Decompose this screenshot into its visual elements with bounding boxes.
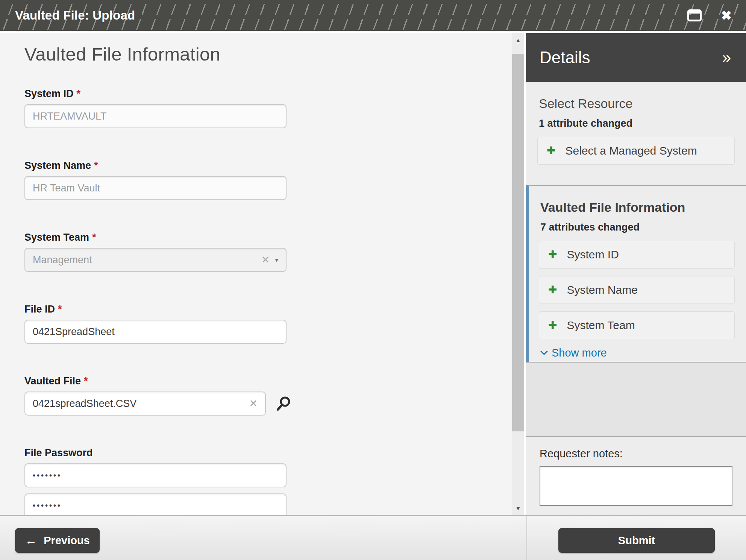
label-text: Vaulted File bbox=[24, 375, 81, 387]
required-marker: * bbox=[58, 304, 62, 315]
footer-right: Submit bbox=[526, 516, 746, 560]
requester-notes-textarea[interactable] bbox=[540, 466, 732, 506]
label-text: System Name bbox=[24, 160, 91, 171]
scroll-down-icon[interactable]: ▼ bbox=[512, 505, 524, 511]
field-file-id: File ID* bbox=[24, 304, 512, 344]
previous-button[interactable]: ← Previous bbox=[15, 528, 100, 553]
window-controls: ✖ bbox=[687, 9, 732, 22]
submit-button-label: Submit bbox=[618, 534, 655, 547]
previous-button-label: Previous bbox=[44, 534, 90, 547]
plus-icon: ✚ bbox=[547, 146, 555, 156]
plus-icon: ✚ bbox=[548, 285, 557, 295]
field-file-password: File Password bbox=[24, 447, 512, 515]
footer-bar: ← Previous Submit bbox=[0, 515, 746, 560]
system-team-label: System Team* bbox=[24, 232, 512, 243]
vaulted-file-upload-window: Vaulted File: Upload ✖ Vaulted File Info… bbox=[0, 0, 746, 560]
attr-card-system-name[interactable]: ✚ System Name bbox=[539, 276, 735, 304]
footer-left: ← Previous bbox=[0, 516, 526, 560]
section-heading: Vaulted File Information bbox=[540, 200, 735, 215]
combo-controls: ✕ ▾ bbox=[261, 255, 278, 265]
system-id-input[interactable] bbox=[24, 104, 287, 128]
system-team-combobox[interactable]: Management ✕ ▾ bbox=[24, 248, 287, 272]
file-id-input[interactable] bbox=[24, 320, 287, 344]
required-marker: * bbox=[77, 88, 81, 99]
scrollbar-thumb[interactable] bbox=[512, 54, 524, 431]
maximize-button[interactable] bbox=[687, 9, 702, 21]
system-name-input[interactable] bbox=[24, 176, 287, 200]
field-vaulted-file: Vaulted File* ✕ bbox=[24, 375, 512, 416]
window-body: Vaulted File Information System ID* Syst… bbox=[0, 33, 746, 515]
attr-label: System Name bbox=[567, 284, 637, 296]
file-id-label: File ID* bbox=[24, 304, 512, 315]
main-form-panel: Vaulted File Information System ID* Syst… bbox=[0, 33, 512, 515]
vaulted-file-row: ✕ bbox=[24, 392, 512, 416]
caret-down-icon[interactable]: ▾ bbox=[275, 257, 278, 263]
details-title: Details bbox=[540, 48, 590, 67]
file-password-input[interactable] bbox=[24, 463, 287, 487]
collapse-panel-icon[interactable]: » bbox=[722, 50, 731, 65]
chevron-down-icon bbox=[540, 351, 548, 355]
section-select-resource: Select Resource 1 attribute changed ✚ Se… bbox=[526, 82, 746, 185]
system-name-label: System Name* bbox=[24, 160, 512, 171]
back-arrow-icon: ← bbox=[25, 534, 37, 546]
plus-icon: ✚ bbox=[548, 320, 557, 331]
label-text: System ID bbox=[24, 88, 74, 99]
file-password-confirm-input[interactable] bbox=[24, 493, 287, 515]
changed-count: 1 attribute changed bbox=[539, 118, 735, 129]
maximize-icon bbox=[687, 9, 702, 21]
clear-icon[interactable]: ✕ bbox=[261, 255, 270, 265]
show-more-link[interactable]: Show more bbox=[540, 347, 735, 359]
submit-button[interactable]: Submit bbox=[558, 528, 715, 553]
section-vaulted-file-information: Vaulted File Information 7 attributes ch… bbox=[526, 185, 746, 363]
clear-icon[interactable]: ✕ bbox=[249, 399, 258, 409]
attr-label: System ID bbox=[567, 248, 619, 261]
vertical-scrollbar[interactable]: ▲ ▼ bbox=[512, 33, 524, 515]
field-system-name: System Name* bbox=[24, 160, 512, 200]
vaulted-file-input[interactable] bbox=[24, 392, 266, 416]
vaulted-file-input-wrap: ✕ bbox=[24, 392, 266, 416]
requester-notes-label: Requester notes: bbox=[540, 448, 732, 460]
vaulted-file-label: Vaulted File* bbox=[24, 375, 512, 387]
changed-count: 7 attributes changed bbox=[540, 222, 735, 233]
show-more-label: Show more bbox=[552, 347, 607, 359]
scroll-up-icon[interactable]: ▲ bbox=[512, 37, 524, 43]
section-heading: Select Resource bbox=[539, 96, 735, 111]
close-icon: ✖ bbox=[721, 9, 732, 22]
label-text: File ID bbox=[24, 304, 55, 315]
system-id-label: System ID* bbox=[24, 88, 512, 100]
field-system-id: System ID* bbox=[24, 88, 512, 128]
window-titlebar: Vaulted File: Upload ✖ bbox=[0, 0, 746, 31]
label-text: System Team bbox=[24, 232, 89, 243]
required-marker: * bbox=[84, 375, 88, 387]
sidebar-spacer bbox=[526, 363, 746, 436]
attr-card-system-id[interactable]: ✚ System ID bbox=[539, 241, 735, 269]
attr-card-select-managed-system[interactable]: ✚ Select a Managed System bbox=[537, 137, 735, 165]
close-button[interactable]: ✖ bbox=[721, 9, 732, 22]
attr-label: Select a Managed System bbox=[565, 144, 697, 157]
label-text: File Password bbox=[24, 447, 93, 458]
details-header: Details » bbox=[526, 33, 746, 82]
attr-label: System Team bbox=[567, 319, 635, 332]
file-password-label: File Password bbox=[24, 447, 512, 459]
plus-icon: ✚ bbox=[548, 249, 557, 260]
details-sidebar: Details » Select Resource 1 attribute ch… bbox=[526, 33, 746, 515]
attr-card-system-team[interactable]: ✚ System Team bbox=[539, 311, 735, 339]
required-marker: * bbox=[92, 232, 96, 243]
requester-notes-panel: Requester notes: bbox=[526, 436, 746, 515]
search-icon[interactable] bbox=[276, 396, 291, 411]
system-team-value: Management bbox=[33, 254, 92, 266]
field-system-team: System Team* Management ✕ ▾ bbox=[24, 232, 512, 272]
page-title: Vaulted File Information bbox=[24, 44, 512, 65]
required-marker: * bbox=[94, 160, 98, 171]
window-title: Vaulted File: Upload bbox=[15, 8, 135, 23]
